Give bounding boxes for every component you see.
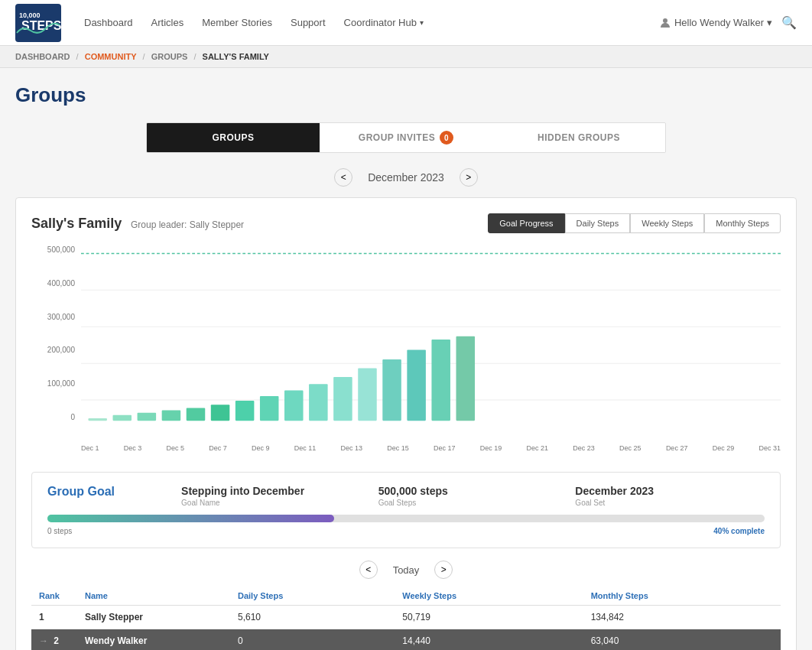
row2-rank: → 2 [31,629,77,651]
group-name: Sally's Family [31,216,122,231]
view-daily-steps[interactable]: Daily Steps [565,213,631,233]
goal-steps-label: Goal Steps [378,499,568,507]
goal-section: Group Goal Stepping into December Goal N… [31,472,781,548]
row1-weekly: 50,719 [395,606,583,629]
progress-bar-fill [47,515,334,522]
view-weekly-steps[interactable]: Weekly Steps [630,213,704,233]
goal-cell-name: Stepping into December Goal Name [181,485,371,507]
svg-rect-14 [211,405,230,421]
x-label-dec19: Dec 19 [480,444,502,452]
x-label-dec31: Dec 31 [758,444,781,452]
x-label-dec13: Dec 13 [341,444,363,452]
nav-coordinator-hub[interactable]: Coordinator Hub [344,17,424,28]
group-header: Sally's Family Group leader: Sally Stepp… [31,213,781,233]
x-label-dec9: Dec 9 [252,444,270,452]
row1-monthly: 134,842 [583,606,781,629]
chart-x-labels: Dec 1 Dec 3 Dec 5 Dec 7 Dec 9 Dec 11 Dec… [81,444,781,452]
view-monthly-steps[interactable]: Monthly Steps [704,213,781,233]
breadcrumb-sep-2: / [143,52,145,61]
goal-steps-value: 500,000 steps [378,485,568,497]
chart-y-labels: 500,000 400,000 300,000 200,000 100,000 … [31,245,81,421]
main-nav: Dashboard Articles Member Stories Suppor… [84,17,659,28]
goal-set-label: Goal Set [575,499,765,507]
x-label-dec17: Dec 17 [434,444,456,452]
svg-point-3 [663,18,667,23]
breadcrumb-dashboard[interactable]: DASHBOARD [15,52,70,61]
arrow-icon: → [39,635,48,646]
goal-cell-steps: 500,000 steps Goal Steps [378,485,568,507]
group-title-area: Sally's Family Group leader: Sally Stepp… [31,216,244,232]
group-card: Sally's Family Group leader: Sally Stepp… [15,197,797,650]
tabs-container: GROUPS GROUP INVITES 0 HIDDEN GROUPS [15,122,797,153]
today-nav: < Today > [31,561,781,579]
search-button[interactable]: 🔍 [781,15,797,30]
month-nav: < December 2023 > [15,168,797,187]
x-label-dec11: Dec 11 [294,444,317,452]
chart-area: Dec 1 Dec 3 Dec 5 Dec 7 Dec 9 Dec 11 Dec… [81,245,781,437]
groups-tabs: GROUPS GROUP INVITES 0 HIDDEN GROUPS [146,122,666,153]
goal-grid: Group Goal Stepping into December Goal N… [47,485,765,507]
today-next-button[interactable]: > [434,561,453,579]
nav-dashboard[interactable]: Dashboard [84,17,133,28]
breadcrumb-sep-1: / [76,52,79,61]
svg-rect-23 [431,340,450,421]
th-monthly-steps: Monthly Steps [583,587,781,606]
x-label-dec3: Dec 3 [124,444,142,452]
members-table: Rank Name Daily Steps Weekly Steps Month… [31,587,781,650]
svg-rect-22 [407,349,426,421]
logo[interactable]: 10,000 STEPS [15,4,61,42]
x-label-dec1: Dec 1 [81,444,99,452]
breadcrumb-sep-3: / [193,52,196,61]
x-label-dec23: Dec 23 [573,444,595,452]
group-leader: Group leader: Sally Stepper [131,219,244,230]
month-next-button[interactable]: > [460,168,478,187]
svg-rect-16 [260,396,279,421]
goal-cell-set: December 2023 Goal Set [575,485,765,507]
x-label-dec29: Dec 29 [713,444,735,452]
invites-badge: 0 [440,131,453,145]
row2-weekly: 14,440 [395,629,583,651]
month-label: December 2023 [368,171,444,184]
th-daily-steps: Daily Steps [230,587,395,606]
breadcrumb-groups[interactable]: GROUPS [151,52,188,61]
row1-daily: 5,610 [230,606,395,629]
x-label-dec7: Dec 7 [209,444,227,452]
goal-cell-title: Group Goal [47,485,174,507]
month-prev-button[interactable]: < [334,168,352,187]
nav-member-stories[interactable]: Member Stories [202,17,272,28]
tab-group-invites[interactable]: GROUP INVITES 0 [320,123,492,152]
tab-hidden-groups[interactable]: HIDDEN GROUPS [492,123,665,152]
th-rank: Rank [31,587,77,606]
progress-complete-label: 40% complete [713,527,765,535]
header-right: Hello Wendy Walker ▾ 🔍 [659,15,797,30]
svg-rect-24 [456,336,476,421]
today-label: Today [393,564,420,576]
chart-container: 500,000 400,000 300,000 200,000 100,000 … [31,245,781,444]
th-name: Name [77,587,230,606]
th-weekly-steps: Weekly Steps [395,587,583,606]
breadcrumb-community[interactable]: COMMUNITY [85,52,137,61]
today-prev-button[interactable]: < [359,561,378,579]
y-label-0: 0 [31,413,81,421]
x-label-dec25: Dec 25 [619,444,641,452]
page-title: Groups [15,83,797,107]
svg-rect-12 [162,411,181,421]
breadcrumb-current: SALLY'S FAMILY [203,52,269,61]
nav-support[interactable]: Support [291,17,326,28]
goal-name-value: Stepping into December [181,485,371,497]
x-label-dec21: Dec 21 [527,444,549,452]
nav-articles[interactable]: Articles [151,17,184,28]
y-label-500k: 500,000 [31,245,81,254]
x-label-dec27: Dec 27 [666,444,688,452]
svg-rect-15 [235,401,255,421]
view-buttons: Goal Progress Daily Steps Weekly Steps M… [488,213,781,233]
table-row-highlighted: → 2 Wendy Walker 0 14,440 63,040 [31,629,781,651]
progress-labels: 0 steps 40% complete [47,527,765,535]
tab-groups[interactable]: GROUPS [147,123,320,152]
svg-rect-18 [309,384,328,421]
svg-rect-20 [358,368,377,421]
row2-name: Wendy Walker [77,629,230,651]
view-goal-progress[interactable]: Goal Progress [488,213,564,233]
svg-rect-19 [333,377,352,421]
y-label-300k: 300,000 [31,313,81,321]
